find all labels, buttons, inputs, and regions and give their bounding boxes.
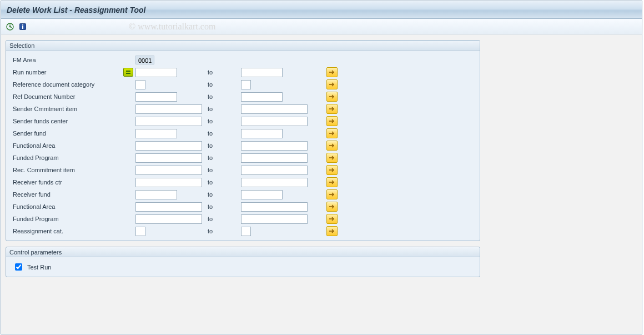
input-sender-funds-ctr-from[interactable] — [135, 117, 202, 126]
to-label: to — [208, 203, 241, 210]
row-functional-area-1: Functional Area to — [11, 139, 475, 152]
input-funded-program-1-to[interactable] — [241, 153, 308, 163]
multi-select-receiver-fund[interactable] — [326, 189, 338, 199]
to-label: to — [208, 142, 241, 149]
to-label: to — [208, 167, 241, 173]
group-control-body: Test Run — [6, 257, 480, 277]
label-fm-area: FM Area — [11, 57, 135, 63]
multi-select-rec-cmmt-item[interactable] — [326, 165, 338, 175]
input-sender-fund-from[interactable] — [135, 129, 177, 138]
input-rec-cmmt-item-to[interactable] — [241, 166, 308, 175]
arrow-right-icon — [329, 143, 335, 148]
svg-rect-5 — [22, 24, 23, 26]
info-button[interactable] — [17, 21, 28, 32]
to-label: to — [208, 179, 241, 186]
arrow-right-icon — [329, 179, 335, 185]
input-sender-cmmt-item-from[interactable] — [135, 104, 202, 114]
group-control-parameters: Control parameters Test Run — [6, 247, 480, 277]
arrow-right-icon — [329, 192, 335, 197]
multi-select-ref-doc-cat[interactable] — [326, 79, 338, 89]
body-area: Selection FM Area 0001 Run number — [1, 34, 642, 288]
selection-options-icon[interactable] — [123, 68, 133, 77]
input-receiver-funds-ctr-from[interactable] — [135, 178, 202, 187]
input-ref-doc-num-from[interactable] — [135, 92, 177, 102]
row-funded-program-2: Funded Program to — [11, 213, 475, 225]
row-sender-fund: Sender fund to — [11, 127, 475, 139]
to-label: to — [208, 93, 241, 100]
input-functional-area-2-from[interactable] — [135, 202, 202, 212]
multi-select-ref-doc-num[interactable] — [326, 92, 338, 102]
checkbox-test-run[interactable] — [15, 263, 22, 271]
watermark-text: © www.tutorialkart.com — [129, 19, 215, 34]
to-label: to — [208, 118, 241, 124]
label-funded-program-1: Funded Program — [11, 154, 135, 161]
label-sender-funds-ctr: Sender funds center — [11, 118, 135, 124]
arrow-right-icon — [329, 82, 335, 87]
row-receiver-funds-ctr: Receiver funds ctr to — [11, 176, 475, 188]
arrow-right-icon — [329, 69, 335, 75]
multi-select-run-number[interactable] — [326, 67, 338, 77]
input-ref-doc-num-to[interactable] — [241, 92, 283, 102]
arrow-right-icon — [329, 167, 335, 173]
input-ref-doc-cat-to[interactable] — [241, 80, 251, 89]
label-run-number: Run number — [11, 69, 135, 76]
input-sender-funds-ctr-to[interactable] — [241, 117, 308, 126]
label-sender-fund: Sender fund — [11, 130, 135, 137]
equals-icon — [125, 70, 131, 74]
multi-select-funded-program-2[interactable] — [326, 214, 338, 224]
app-frame: Delete Work List - Reassignment Tool © w… — [1, 1, 642, 334]
to-label: to — [208, 228, 241, 234]
multi-select-receiver-funds-ctr[interactable] — [326, 177, 338, 187]
input-ref-doc-cat-from[interactable] — [135, 80, 145, 89]
label-test-run: Test Run — [27, 264, 51, 271]
label-sender-cmmt-item: Sender Cmmtment item — [11, 106, 135, 112]
row-reassignment-cat: Reassignment cat. to — [11, 225, 475, 237]
row-functional-area-2: Functional Area to — [11, 201, 475, 213]
multi-select-sender-funds-ctr[interactable] — [326, 116, 338, 126]
to-label: to — [208, 130, 241, 137]
group-selection: Selection FM Area 0001 Run number — [6, 40, 480, 241]
row-rec-cmmt-item: Rec. Commitment item to — [11, 164, 475, 176]
label-reassignment-cat: Reassignment cat. — [11, 228, 135, 234]
row-receiver-fund: Receiver fund to — [11, 188, 475, 201]
toolbar: © www.tutorialkart.com — [1, 19, 642, 34]
input-funded-program-2-to[interactable] — [241, 214, 308, 224]
to-label: to — [208, 69, 241, 76]
multi-select-functional-area-2[interactable] — [326, 202, 338, 212]
input-run-number-to[interactable] — [241, 68, 283, 77]
input-rec-cmmt-item-from[interactable] — [135, 166, 202, 175]
input-functional-area-1-from[interactable] — [135, 141, 202, 151]
row-test-run: Test Run — [11, 261, 475, 273]
info-icon — [19, 23, 27, 31]
multi-select-sender-fund[interactable] — [326, 128, 338, 138]
execute-icon — [6, 23, 14, 31]
multi-select-functional-area-1[interactable] — [326, 141, 338, 151]
input-reassignment-cat-from[interactable] — [135, 227, 145, 236]
row-ref-doc-num: Ref Document Number to — [11, 91, 475, 103]
row-sender-cmmt-item: Sender Cmmtment item to — [11, 103, 475, 115]
label-ref-doc-num: Ref Document Number — [11, 93, 135, 100]
svg-rect-6 — [22, 26, 23, 29]
multi-select-funded-program-1[interactable] — [326, 153, 338, 163]
input-functional-area-1-to[interactable] — [241, 141, 308, 151]
multi-select-sender-cmmt-item[interactable] — [326, 104, 338, 114]
input-receiver-fund-from[interactable] — [135, 190, 177, 199]
multi-select-reassignment-cat[interactable] — [326, 226, 338, 236]
input-run-number-from[interactable] — [135, 68, 177, 77]
value-fm-area: 0001 — [135, 56, 154, 64]
row-funded-program-1: Funded Program to — [11, 152, 475, 164]
input-sender-cmmt-item-to[interactable] — [241, 104, 308, 114]
execute-button[interactable] — [4, 21, 16, 32]
input-functional-area-2-to[interactable] — [241, 202, 308, 212]
input-sender-fund-to[interactable] — [241, 129, 283, 138]
input-receiver-fund-to[interactable] — [241, 190, 283, 199]
input-funded-program-1-from[interactable] — [135, 153, 202, 163]
group-control-header: Control parameters — [6, 247, 480, 257]
arrow-right-icon — [329, 94, 335, 99]
input-funded-program-2-from[interactable] — [135, 214, 202, 224]
to-label: to — [208, 191, 241, 198]
input-reassignment-cat-to[interactable] — [241, 227, 251, 236]
row-ref-doc-cat: Reference document category to — [11, 78, 475, 91]
input-receiver-funds-ctr-to[interactable] — [241, 178, 308, 187]
label-receiver-fund: Receiver fund — [11, 191, 135, 198]
